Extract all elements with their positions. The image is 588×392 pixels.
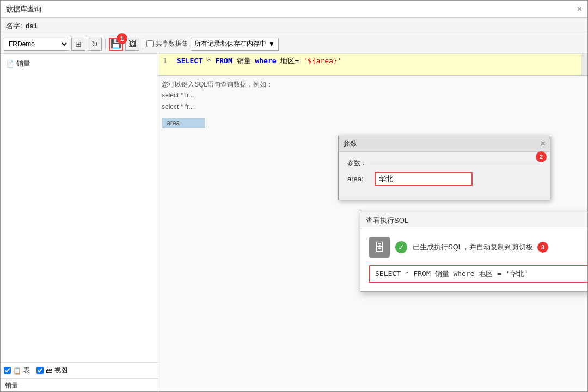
separator-1: [105, 39, 106, 50]
content-area: 📄 销量 📋 表 🗃 视图 销量: [1, 54, 587, 391]
left-panel-footer: 📋 表 🗃 视图: [1, 362, 158, 378]
table-icon-small: 📋: [13, 367, 21, 375]
database-icon: 🗄: [374, 241, 385, 254]
modal-params-section-label: 参数：: [347, 158, 541, 168]
tree-item-sales[interactable]: 📄 销量: [4, 57, 155, 70]
exec-status-row: 🗄 ✓ 已生成执行SQL，并自动复制到剪切板 3: [369, 237, 587, 258]
memory-dropdown[interactable]: 所有记录都保存在内存中 ▼: [191, 38, 279, 51]
bottom-text: 销量: [5, 382, 18, 389]
window-close-button[interactable]: ×: [577, 5, 582, 14]
exec-db-icon: 🗄: [369, 237, 390, 258]
right-panel: 1 SELECT * FROM 销量 where 地区= '${area}' 您…: [158, 54, 587, 391]
window-title: 数据库查询: [6, 4, 41, 14]
name-label: 名字:: [6, 21, 22, 31]
toolbar-row: FRDemo ⊞ ↻ 💾 1 🖼 共享数据集 所有记录都保存在内存中 ▼: [1, 34, 587, 54]
table-icon: 📄: [6, 60, 14, 68]
left-panel-bottom: 销量: [1, 378, 158, 391]
exec-status-text: 已生成执行SQL，并自动复制到剪切板: [413, 242, 533, 252]
modal-params-body: 参数： area: 2: [339, 152, 550, 200]
modal-params-close-button[interactable]: ×: [541, 139, 546, 148]
modal-params: 参数 × 参数： area:: [338, 136, 550, 200]
tree-item-label: 销量: [16, 59, 30, 69]
share-dataset-checkbox-label[interactable]: 共享数据集: [146, 39, 188, 48]
name-value: ds1: [26, 22, 38, 30]
view-icon-small: 🗃: [46, 367, 52, 375]
param-input-row: area:: [347, 172, 541, 186]
left-panel-tree: 📄 销量: [1, 54, 158, 362]
badge-1: 1: [117, 33, 127, 44]
check-icon: ✓: [395, 241, 407, 253]
area-param-input[interactable]: [375, 172, 473, 186]
table-label: 表: [23, 366, 30, 375]
view-checkbox-label[interactable]: 🗃 视图: [36, 366, 68, 375]
separator-2: [143, 39, 143, 50]
table-checkbox-label[interactable]: 📋 表: [4, 366, 30, 375]
left-panel: 📄 销量 📋 表 🗃 视图 销量: [1, 54, 158, 391]
modal-exec-body: 🗄 ✓ 已生成执行SQL，并自动复制到剪切板 3 SELECT * FROM 销…: [360, 229, 587, 291]
refresh-button[interactable]: ↻: [88, 38, 102, 51]
exec-sql-result[interactable]: SELECT * FROM 销量 where 地区 = '华北': [369, 265, 587, 283]
title-bar: 数据库查询 ×: [1, 1, 587, 18]
area-param-label: area:: [347, 175, 375, 183]
exec-status-message: ✓ 已生成执行SQL，并自动复制到剪切板 3: [395, 241, 548, 253]
table-icon-button[interactable]: ⊞: [71, 38, 85, 51]
badge-3: 3: [537, 242, 548, 253]
view-checkbox[interactable]: [36, 367, 44, 374]
share-dataset-checkbox[interactable]: [146, 40, 154, 47]
modal-exec-title-bar: 查看执行SQL ×: [360, 212, 587, 229]
table-checkbox[interactable]: [4, 367, 11, 374]
chevron-down-icon: ▼: [268, 40, 275, 48]
modal-exec-sql: 查看执行SQL × 🗄 ✓ 已生成执行SQL，并自动复制到剪切板: [360, 212, 587, 292]
modal-overlay: 参数 × 参数： area:: [158, 54, 587, 391]
datasource-select[interactable]: FRDemo: [4, 38, 69, 51]
main-window: 数据库查询 × 名字: ds1 FRDemo ⊞ ↻ 💾 1 🖼 共享数据集 所…: [0, 0, 588, 392]
view-label: 视图: [54, 366, 68, 375]
modal-exec-title: 查看执行SQL: [366, 216, 408, 225]
save-button-wrapper: 💾 1: [109, 38, 123, 51]
modal-params-title-bar: 参数 ×: [339, 136, 550, 152]
modal-params-title: 参数: [343, 139, 357, 149]
memory-dropdown-label: 所有记录都保存在内存中: [194, 39, 266, 48]
name-row: 名字: ds1: [1, 18, 587, 34]
param-input-container: area: 2: [347, 172, 541, 186]
share-dataset-label: 共享数据集: [156, 39, 188, 48]
badge-2: 2: [536, 151, 547, 162]
